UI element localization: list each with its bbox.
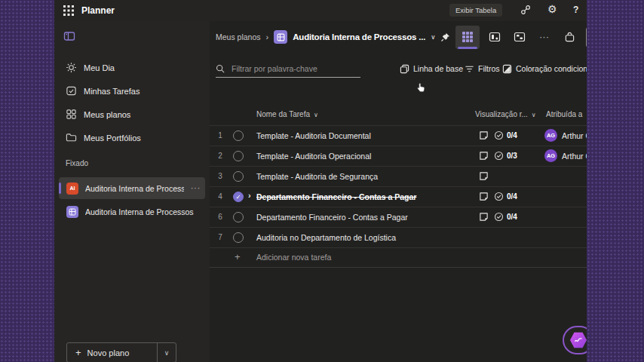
row-number: 4: [214, 192, 226, 201]
task-title[interactable]: Auditoria no Departamento de Logística: [256, 233, 396, 242]
table-row[interactable]: 4 ✓ › Departamento Financeiro - Contas a…: [210, 187, 587, 207]
pinned-plan-label: Auditoria Interna de Processos: [85, 184, 184, 193]
checklist-progress: 0/4: [494, 130, 517, 140]
progress-count: 0/4: [507, 192, 517, 201]
add-task-label: Adicionar nova tarefa: [256, 253, 331, 262]
task-title[interactable]: Template - Auditoria Operacional: [256, 152, 371, 161]
note-icon: [479, 130, 489, 140]
checklist-progress: 0/4: [494, 212, 517, 222]
task-checkbox[interactable]: ✓: [233, 192, 244, 202]
plan-title[interactable]: Auditoria Interna de Processos ...: [293, 32, 425, 41]
top-bar: Planner Exibir Tabela ⚙ ?: [54, 0, 587, 21]
task-checkbox[interactable]: ✓: [233, 171, 244, 182]
expand-chevron-icon[interactable]: ›: [248, 191, 251, 200]
assignee-cell[interactable]: AG Arthur G: [544, 149, 592, 162]
new-plan-label: Novo plano: [87, 348, 157, 357]
app-title: Planner: [81, 5, 115, 16]
pinned-plan-label: Auditoria Interna de Processos: [85, 207, 194, 216]
breadcrumb: Meus planos › Auditoria Interna de Proce…: [216, 29, 450, 45]
view-tooltip: Exibir Tabela: [449, 4, 502, 17]
column-quick-view[interactable]: Visualização r...∨: [475, 110, 536, 118]
pinned-section-label: Fixado: [66, 159, 88, 167]
tab-timeline-view[interactable]: [510, 27, 529, 47]
chevron-down-icon: ∨: [164, 349, 170, 357]
app-launcher-icon[interactable]: [63, 5, 74, 16]
task-title[interactable]: Template - Auditoria de Segurança: [256, 172, 378, 181]
settings-gear-icon[interactable]: ⚙: [547, 3, 557, 15]
goals-bag-icon[interactable]: [560, 27, 579, 47]
help-icon[interactable]: ?: [573, 5, 578, 15]
note-icon: [479, 192, 489, 201]
frame-left: [0, 0, 54, 362]
sidebar-item-my-tasks[interactable]: Minhas Tarefas: [60, 81, 204, 101]
progress-count: 0/3: [507, 152, 517, 160]
breadcrumb-root[interactable]: Meus planos: [216, 32, 261, 41]
task-checkbox[interactable]: ✓: [233, 232, 244, 243]
task-title[interactable]: Template - Auditoria Documental: [256, 131, 371, 140]
progress-count: 0/4: [507, 131, 517, 140]
sidebar-item-my-portfolios[interactable]: Meus Portfólios: [60, 127, 204, 148]
tab-board-view[interactable]: [485, 27, 504, 47]
column-task-name[interactable]: Nome da Tarefa∨: [256, 110, 318, 118]
baseline-button[interactable]: Linha de base: [400, 60, 463, 77]
new-plan-dropdown[interactable]: ∨: [157, 343, 176, 362]
chevron-down-icon[interactable]: ∨: [431, 33, 435, 41]
table-row[interactable]: 2 ✓ › Template - Auditoria Operacional 0…: [210, 146, 587, 167]
plan-badge-icon: [274, 30, 287, 44]
progress-count: 0/4: [507, 213, 517, 221]
task-checkbox[interactable]: ✓: [233, 130, 244, 141]
filters-button[interactable]: Filtros: [465, 60, 500, 77]
sun-icon: [66, 62, 77, 73]
avatar: AG: [544, 149, 557, 162]
task-title[interactable]: Departamento Financeiro - Contas a Pagar: [256, 213, 408, 222]
task-checkbox[interactable]: ✓: [233, 151, 244, 161]
assignee-cell[interactable]: AG Arthur G: [544, 129, 592, 142]
note-icon: [479, 151, 489, 161]
filters-label: Filtros: [478, 64, 500, 73]
main-content: Meus planos › Auditoria Interna de Proce…: [210, 21, 587, 362]
sidebar-item-my-plans[interactable]: Meus planos: [60, 104, 204, 124]
plus-icon: +: [235, 251, 241, 262]
more-options-icon[interactable]: ···: [191, 184, 201, 192]
sidebar: Meu Dia Minhas Tarefas Meus planos: [54, 21, 210, 362]
search-box: [216, 60, 360, 78]
pinned-plan-selected[interactable]: AI Auditoria Interna de Processos ···: [59, 177, 205, 199]
table-row[interactable]: 1 ✓ › Template - Auditoria Documental 0/…: [210, 126, 587, 146]
table-row[interactable]: 6 ✓ › Departamento Financeiro - Contas a…: [210, 207, 587, 228]
row-number: 3: [214, 172, 226, 180]
baseline-icon: [400, 64, 409, 74]
check-icon: ✓: [235, 194, 241, 201]
add-task-row[interactable]: + Adicionar nova tarefa: [210, 247, 587, 268]
column-assigned-to[interactable]: Atribuída a∨: [546, 110, 590, 118]
pinned-plan[interactable]: Auditoria Interna de Processos: [59, 201, 205, 222]
new-plan-button[interactable]: + Novo plano ∨: [66, 342, 176, 362]
note-icon: [479, 212, 489, 222]
collapse-panel-icon[interactable]: [63, 30, 75, 42]
screenshot-stage: Planner Exibir Tabela ⚙ ? Meu Dia: [0, 0, 644, 362]
color-icon: [502, 64, 512, 74]
grid-view-icon: [462, 31, 474, 43]
task-checkbox[interactable]: ✓: [233, 212, 244, 222]
folder-icon: [66, 132, 77, 143]
sidebar-item-label: Meu Dia: [84, 63, 115, 72]
connections-icon[interactable]: [520, 5, 531, 15]
search-input[interactable]: [230, 63, 354, 74]
sidebar-item-label: Meus planos: [84, 110, 130, 119]
search-icon: [216, 64, 225, 73]
conditional-color-button[interactable]: Coloração condicional: [502, 60, 593, 77]
checklist-progress: 0/4: [494, 192, 517, 201]
tasks-icon: [66, 85, 77, 97]
chevron-down-icon: ∨: [314, 112, 318, 118]
table-row[interactable]: 7 ✓ › Auditoria no Departamento de Logís…: [210, 228, 587, 248]
view-switcher: ···: [455, 25, 607, 49]
baseline-label: Linha de base: [413, 64, 463, 73]
pin-icon[interactable]: [440, 32, 450, 42]
more-views-icon[interactable]: ···: [535, 27, 554, 47]
table-rows: 1 ✓ › Template - Auditoria Documental 0/…: [210, 125, 587, 248]
sidebar-item-my-day[interactable]: Meu Dia: [60, 57, 204, 78]
chevron-down-icon: ∨: [532, 112, 536, 118]
table-column-headers: Nome da Tarefa∨ Visualização r...∨ Atrib…: [210, 110, 587, 124]
table-row[interactable]: 3 ✓ › Template - Auditoria de Segurança: [210, 167, 587, 187]
tab-grid-view[interactable]: [455, 26, 480, 49]
task-title[interactable]: Departamento Financeiro - Contas a Pagar: [256, 192, 416, 201]
